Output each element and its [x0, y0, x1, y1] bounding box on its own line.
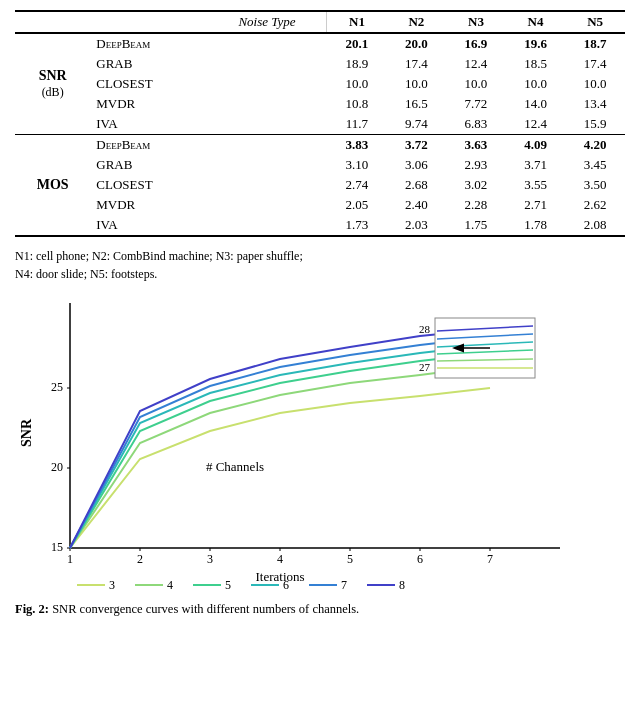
- spacer-cell: [207, 74, 326, 94]
- table-cell: 18.5: [506, 54, 566, 74]
- table-cell: 1.73: [327, 215, 387, 236]
- x-tick-4: 4: [277, 552, 283, 566]
- table-cell: 10.0: [506, 74, 566, 94]
- method-label: IVA: [90, 114, 207, 135]
- method-label: GRAB: [90, 54, 207, 74]
- table-cell: 3.50: [565, 175, 625, 195]
- x-tick-6: 6: [417, 552, 423, 566]
- row-label-snr: SNR(dB): [15, 33, 90, 135]
- table-cell: 2.28: [446, 195, 506, 215]
- spacer-cell: [207, 175, 326, 195]
- row-label-mos: MOS: [15, 135, 90, 237]
- method-label: GRAB: [90, 155, 207, 175]
- table-cell: 2.05: [327, 195, 387, 215]
- spacer-cell: [207, 135, 326, 156]
- table-cell: 3.63: [446, 135, 506, 156]
- method-label: MVDR: [90, 94, 207, 114]
- col-n2: N2: [387, 11, 447, 33]
- y-axis-label: SNR: [19, 418, 34, 447]
- line-ch5: [70, 353, 490, 548]
- caption-text: SNR convergence curves with different nu…: [49, 602, 359, 616]
- x-tick-5: 5: [347, 552, 353, 566]
- table-cell: 20.0: [387, 33, 447, 54]
- table-cell: 17.4: [387, 54, 447, 74]
- table-cell: 12.4: [446, 54, 506, 74]
- line-ch4: [70, 366, 490, 548]
- table-cell: 20.1: [327, 33, 387, 54]
- note-line-1: N1: cell phone; N2: CombBind machine; N3…: [15, 247, 625, 265]
- table-cell: 16.5: [387, 94, 447, 114]
- method-label: DeepBeam: [90, 33, 207, 54]
- table-cell: 18.7: [565, 33, 625, 54]
- col-n5: N5: [565, 11, 625, 33]
- table-cell: 3.72: [387, 135, 447, 156]
- col-n1: N1: [327, 11, 387, 33]
- table-cell: 2.08: [565, 215, 625, 236]
- table-header-empty: [15, 11, 207, 33]
- line-chart: SNR 15 20 25 1 2 3 4 5 6 7 Itera: [15, 293, 595, 593]
- table-cell: 1.75: [446, 215, 506, 236]
- col-n3: N3: [446, 11, 506, 33]
- table-cell: 3.02: [446, 175, 506, 195]
- table-cell: 10.8: [327, 94, 387, 114]
- table-cell: 17.4: [565, 54, 625, 74]
- inset-y-28: 28: [419, 323, 431, 335]
- table-cell: 10.0: [446, 74, 506, 94]
- table-cell: 3.55: [506, 175, 566, 195]
- table-cell: 2.40: [387, 195, 447, 215]
- spacer-cell: [207, 114, 326, 135]
- x-tick-1: 1: [67, 552, 73, 566]
- table-cell: 3.10: [327, 155, 387, 175]
- table-cell: 2.62: [565, 195, 625, 215]
- line-ch3: [70, 388, 490, 548]
- legend-label-7: 7: [341, 578, 347, 592]
- table-cell: 6.83: [446, 114, 506, 135]
- table-cell: 10.0: [387, 74, 447, 94]
- col-n4: N4: [506, 11, 566, 33]
- caption-label: Fig. 2:: [15, 602, 49, 616]
- spacer-cell: [207, 33, 326, 54]
- spacer-cell: [207, 54, 326, 74]
- data-table: Noise Type N1 N2 N3 N4 N5 SNR(dB)DeepBea…: [15, 10, 625, 237]
- table-cell: 11.7: [327, 114, 387, 135]
- note-line-2: N4: door slide; N5: footsteps.: [15, 265, 625, 283]
- method-label: DeepBeam: [90, 135, 207, 156]
- table-cell: 4.20: [565, 135, 625, 156]
- method-label: CLOSEST: [90, 175, 207, 195]
- line-ch6: [70, 345, 490, 548]
- table-cell: 2.74: [327, 175, 387, 195]
- table-cell: 14.0: [506, 94, 566, 114]
- table-cell: 1.78: [506, 215, 566, 236]
- x-tick-3: 3: [207, 552, 213, 566]
- table-cell: 9.74: [387, 114, 447, 135]
- spacer-cell: [207, 155, 326, 175]
- table-cell: 2.68: [387, 175, 447, 195]
- x-tick-7: 7: [487, 552, 493, 566]
- table-cell: 15.9: [565, 114, 625, 135]
- table-cell: 18.9: [327, 54, 387, 74]
- legend-label-4: 4: [167, 578, 173, 592]
- table-cell: 16.9: [446, 33, 506, 54]
- spacer-cell: [207, 195, 326, 215]
- table-cell: 13.4: [565, 94, 625, 114]
- method-label: CLOSEST: [90, 74, 207, 94]
- legend-label-3: 3: [109, 578, 115, 592]
- method-label: MVDR: [90, 195, 207, 215]
- chart-svg-wrap: SNR 15 20 25 1 2 3 4 5 6 7 Itera: [15, 293, 625, 597]
- legend-label-6: 6: [283, 578, 289, 592]
- table-cell: 10.0: [327, 74, 387, 94]
- table-cell: 2.93: [446, 155, 506, 175]
- table-cell: 4.09: [506, 135, 566, 156]
- channels-label: # Channels: [206, 459, 264, 474]
- table-cell: 2.03: [387, 215, 447, 236]
- legend-label-8: 8: [399, 578, 405, 592]
- table-cell: 7.72: [446, 94, 506, 114]
- method-label: IVA: [90, 215, 207, 236]
- y-tick-15: 15: [51, 540, 63, 554]
- figure-caption: Fig. 2: SNR convergence curves with diff…: [15, 601, 625, 619]
- spacer-cell: [207, 215, 326, 236]
- table-cell: 2.71: [506, 195, 566, 215]
- chart-container: SNR 15 20 25 1 2 3 4 5 6 7 Itera: [15, 293, 625, 597]
- table-cell: 3.71: [506, 155, 566, 175]
- y-tick-25: 25: [51, 380, 63, 394]
